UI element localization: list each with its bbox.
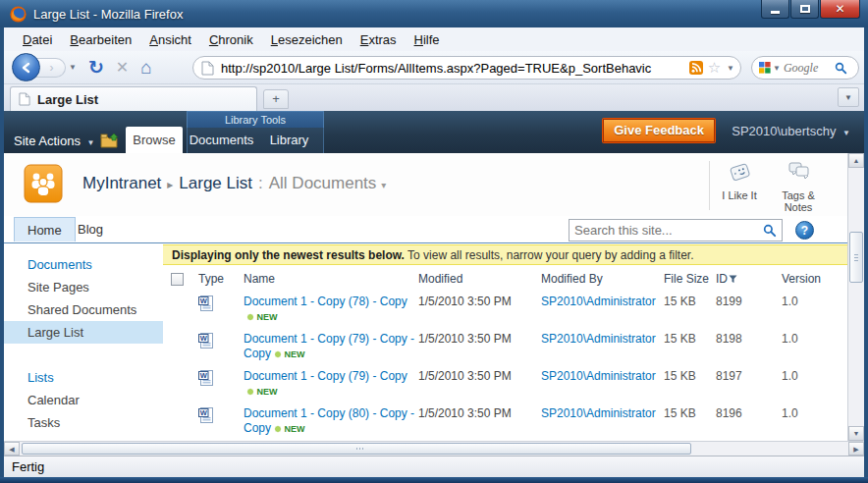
modified-by-link[interactable]: SP2010\Administrator [541,332,664,362]
vertical-scrollbar[interactable]: ▲ ▼ [847,153,864,441]
tab-label: Large List [37,92,98,107]
view-dropdown-icon[interactable]: ▾ [381,180,386,190]
tab-page-icon [19,92,30,106]
i-like-it-button[interactable]: I Like It [712,159,767,201]
column-header-version[interactable]: Version [782,272,841,286]
tab-large-list[interactable]: Large List [10,86,257,111]
back-arrow-icon [21,62,32,74]
search-magnifier-icon[interactable] [835,62,847,75]
url-bar[interactable]: http://sp2010/Large List/Forms/AllItems.… [192,56,741,80]
help-icon[interactable]: ? [795,221,814,240]
back-button[interactable] [12,53,40,81]
history-dropdown-icon[interactable]: ▼ [69,63,77,72]
menu-extras[interactable]: Extras [352,30,406,49]
url-dropdown-icon[interactable]: ▼ [727,64,734,73]
status-bar: Fertig [4,456,864,477]
menu-chronik[interactable]: Chronik [200,30,262,49]
vertical-scrollbar-thumb[interactable] [849,232,863,283]
scroll-left-button[interactable]: ◀ [4,442,20,456]
sidebar-item-tasks[interactable]: Tasks [4,411,163,434]
ribbon-tab-library[interactable]: Library [255,128,323,153]
menu-lesezeichen[interactable]: Lesezeichen [262,30,352,49]
navigate-up-icon[interactable] [100,133,120,148]
version-cell: 1.0 [782,332,841,362]
document-link[interactable]: Document 1 - Copy (78) - Copy [244,295,407,308]
maximize-icon [800,5,810,13]
tags-notes-button[interactable]: Tags & Notes [771,159,826,213]
site-search-box[interactable] [569,219,783,242]
column-header-modified-by[interactable]: Modified By [541,272,664,286]
new-badge: NEW [274,424,305,434]
sidebar-item-calendar[interactable]: Calendar [4,389,163,411]
current-view-label[interactable]: All Documents [269,174,377,192]
horizontal-scrollbar[interactable]: ◀ ▶ [4,441,864,456]
sidebar-item-shared-documents[interactable]: Shared Documents [4,298,163,321]
firefox-icon [10,6,27,23]
breadcrumb-list-link[interactable]: Large List [179,174,252,192]
status-text: Fertig [12,459,44,474]
sidebar-header-documents[interactable]: Documents [4,253,163,276]
menu-hilfe[interactable]: Hilfe [406,30,449,49]
id-cell: 8197 [716,369,782,400]
home-button[interactable]: ⌂ [140,57,151,79]
site-actions-menu[interactable]: Site Actions ▼ [14,134,94,148]
reload-button[interactable]: ↻ [88,56,104,79]
column-header-file-size[interactable]: File Size [664,272,716,286]
url-text[interactable]: http://sp2010/Large List/Forms/AllItems.… [221,61,685,76]
document-link[interactable]: Document 1 - Copy (79) - Copy [244,369,407,383]
modified-cell: 1/5/2010 3:50 PM [418,406,541,437]
scroll-right-button[interactable]: ▶ [848,442,864,456]
site-icon [24,164,63,203]
sidebar-header-lists[interactable]: Lists [4,366,163,389]
menu-datei[interactable]: Datei [14,30,61,49]
minimize-button[interactable] [761,0,789,19]
sidebar-item-site-pages[interactable]: Site Pages [4,276,163,298]
site-search-input[interactable] [574,223,763,238]
google-icon[interactable] [759,62,771,74]
modified-by-link[interactable]: SP2010\Administrator [541,369,664,400]
ribbon-tab-browse[interactable]: Browse [126,127,183,153]
scroll-down-button[interactable]: ▼ [848,426,864,441]
id-cell: 8199 [716,295,782,325]
list-all-tabs-button[interactable]: ▼ [838,87,859,107]
scroll-up-button[interactable]: ▲ [848,153,864,168]
svg-text:W: W [200,371,208,380]
document-link[interactable]: Document 1 - Copy (80) - Copy - Copy [244,406,414,435]
column-header-modified[interactable]: Modified [418,272,541,286]
breadcrumb-site-link[interactable]: MyIntranet [82,174,161,192]
document-link[interactable]: Document 1 - Copy (79) - Copy - Copy [244,332,414,360]
nav-tab-blog[interactable]: Blog [65,217,116,242]
rss-icon[interactable] [689,61,703,75]
window-border [0,477,868,483]
user-menu[interactable]: SP2010\ubertschy ▼ [732,124,850,138]
menu-ansicht[interactable]: Ansicht [140,30,200,49]
ribbon-tab-documents[interactable]: Documents [188,128,255,153]
new-badge: NEW [246,387,278,397]
column-header-name[interactable]: Name [244,272,418,286]
stop-button[interactable]: ✕ [116,58,129,77]
menu-bearbeiten[interactable]: Bearbeiten [61,30,140,49]
modified-cell: 1/5/2010 3:50 PM [418,369,541,400]
google-search-box[interactable]: ▼ [751,56,859,80]
version-cell: 1.0 [782,369,841,400]
maximize-button[interactable] [790,0,819,19]
google-search-input[interactable] [784,61,835,76]
bookmark-star-icon[interactable]: ☆ [708,59,721,77]
site-search-magnifier-icon[interactable] [763,224,777,238]
sidebar-item-large-list[interactable]: Large List [4,321,163,344]
tab-strip: Large List + ▼ [4,84,864,111]
notice-text: To view all results, narrow your query b… [405,248,694,262]
modified-by-link[interactable]: SP2010\Administrator [541,406,664,437]
table-row: W Document 1 - Copy (79) - Copy - Copy N… [171,332,847,362]
file-size-cell: 15 KB [664,369,716,400]
horizontal-scrollbar-thumb[interactable] [22,443,691,455]
column-header-type[interactable]: Type [198,272,244,286]
select-all-checkbox[interactable] [171,273,184,286]
new-tab-button[interactable]: + [263,89,289,109]
give-feedback-button[interactable]: Give Feedback [603,119,715,142]
close-button[interactable]: ✕ [820,0,860,19]
search-engine-dropdown-icon[interactable]: ▼ [773,64,781,73]
table-row: W Document 1 - Copy (78) - Copy NEW 1/5/… [171,295,847,325]
modified-by-link[interactable]: SP2010\Administrator [541,295,664,325]
column-header-id[interactable]: ID [716,272,782,286]
